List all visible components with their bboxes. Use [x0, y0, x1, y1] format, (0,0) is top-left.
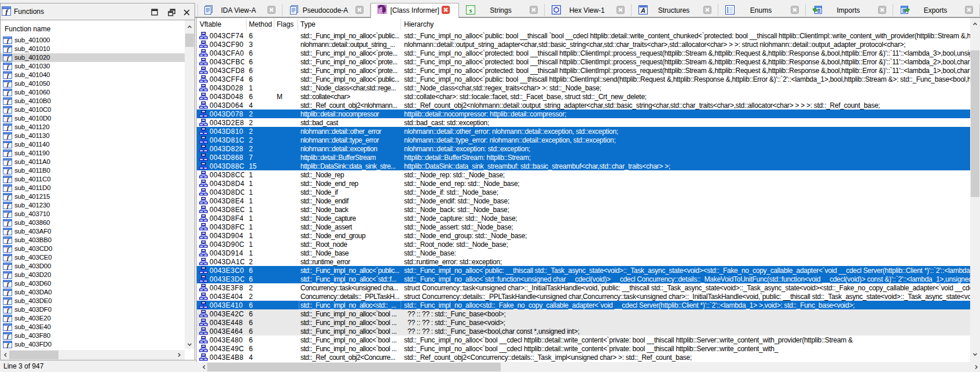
svg-text:s: s: [469, 6, 472, 14]
svg-text:A: A: [640, 7, 645, 14]
